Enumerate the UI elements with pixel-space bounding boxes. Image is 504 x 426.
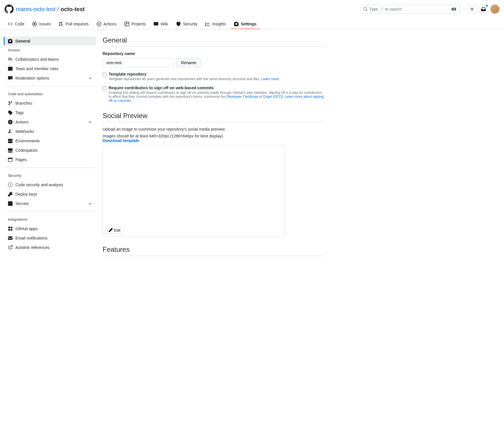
webhook-icon bbox=[8, 129, 13, 134]
search-placeholder-pre: Type bbox=[369, 7, 378, 11]
repo-name-input[interactable] bbox=[103, 58, 174, 67]
chevron-down-icon bbox=[88, 201, 92, 206]
tab-insights[interactable]: Insights bbox=[202, 19, 229, 29]
social-preview-p2: Images should be at least 640×320px (128… bbox=[103, 134, 224, 138]
tab-settings[interactable]: Settings bbox=[231, 19, 260, 29]
sidebar-heading-access: Access bbox=[5, 46, 96, 54]
play-icon bbox=[8, 120, 13, 124]
template-repo-desc: Template repositories let users generate… bbox=[109, 77, 261, 81]
social-preview-heading: Social Preview bbox=[103, 112, 325, 122]
chevron-down-icon bbox=[88, 120, 92, 124]
shield-check-icon bbox=[8, 182, 13, 187]
code-icon bbox=[8, 22, 13, 26]
sidebar-item-tags[interactable]: Tags bbox=[5, 108, 96, 117]
tab-issues[interactable]: Issues bbox=[29, 19, 54, 29]
branch-icon bbox=[8, 101, 13, 106]
template-learn-more-link[interactable]: Learn more. bbox=[261, 77, 280, 81]
sidebar-item-environments[interactable]: Environments bbox=[5, 136, 96, 145]
repo-nav: Code Issues Pull requests Actions Projec… bbox=[0, 17, 504, 29]
general-heading: General bbox=[103, 36, 325, 47]
sidebar-heading-code: Code and automation bbox=[5, 90, 96, 98]
pencil-icon bbox=[108, 228, 113, 232]
tab-pull-requests[interactable]: Pull requests bbox=[55, 19, 92, 29]
gear-icon bbox=[8, 39, 13, 43]
key-icon bbox=[8, 192, 13, 196]
template-repo-label: Template repository bbox=[109, 72, 147, 76]
shield-icon bbox=[176, 22, 181, 26]
download-template-link[interactable]: Download template bbox=[103, 138, 139, 143]
command-palette-icon[interactable] bbox=[450, 5, 458, 13]
pr-icon bbox=[59, 22, 63, 26]
notification-indicator bbox=[485, 4, 488, 7]
tag-icon bbox=[8, 110, 13, 115]
sidebar-item-team-roles[interactable]: Team and member roles bbox=[5, 64, 96, 73]
sidebar-item-github-apps[interactable]: GitHub apps bbox=[5, 224, 96, 233]
template-repo-checkbox[interactable] bbox=[103, 73, 106, 76]
sidebar-heading-integrations: Integrations bbox=[5, 215, 96, 224]
sidebar-item-collaborators[interactable]: Collaborators and teams bbox=[5, 55, 96, 64]
sidebar-item-actions[interactable]: Actions bbox=[5, 117, 96, 127]
search-input[interactable]: Type / to search bbox=[361, 5, 460, 14]
breadcrumb-separator: / bbox=[57, 6, 59, 13]
create-new-button[interactable] bbox=[468, 5, 477, 14]
people-icon bbox=[8, 57, 13, 62]
main-content: General Repository name Rename Template … bbox=[103, 36, 325, 261]
rename-button[interactable]: Rename bbox=[176, 58, 201, 67]
inbox-icon bbox=[481, 7, 486, 11]
social-preview-image-area: Edit bbox=[103, 145, 285, 236]
dco-link[interactable]: Developer Certificate of Origin (DCO) bbox=[226, 95, 283, 99]
sidebar-item-email-notifications[interactable]: Email notifications bbox=[5, 234, 96, 243]
plus-icon bbox=[470, 7, 474, 11]
search-placeholder-post: to search bbox=[385, 7, 402, 11]
sidebar-item-deploy-keys[interactable]: Deploy keys bbox=[5, 190, 96, 199]
sidebar-item-secrets[interactable]: Secrets bbox=[5, 199, 96, 208]
tab-code[interactable]: Code bbox=[5, 19, 28, 29]
features-heading: Features bbox=[103, 246, 325, 256]
sidebar-heading-security: Security bbox=[5, 171, 96, 180]
sidebar-item-general[interactable]: General bbox=[4, 36, 96, 46]
notifications-button[interactable] bbox=[479, 5, 488, 14]
signoff-label: Require contributors to sign off on web-… bbox=[109, 86, 214, 90]
browser-icon bbox=[8, 157, 13, 162]
search-key-hint: / bbox=[380, 7, 383, 11]
id-badge-icon bbox=[8, 66, 13, 71]
sidebar-item-code-security[interactable]: Code security and analysis bbox=[5, 180, 96, 189]
repo-name-label: Repository name bbox=[103, 51, 325, 56]
comment-icon bbox=[8, 76, 13, 80]
user-avatar[interactable] bbox=[490, 5, 499, 14]
breadcrumb-owner[interactable]: mares-octo-test bbox=[16, 6, 56, 13]
tab-actions[interactable]: Actions bbox=[93, 19, 120, 29]
breadcrumb: mares-octo-test / octo-test bbox=[16, 6, 85, 13]
apps-icon bbox=[8, 226, 13, 231]
issue-icon bbox=[32, 22, 37, 26]
gear-icon bbox=[234, 22, 239, 26]
sidebar-item-pages[interactable]: Pages bbox=[5, 155, 96, 164]
project-icon bbox=[125, 22, 129, 26]
signoff-checkbox[interactable] bbox=[103, 86, 106, 90]
edit-social-preview-button[interactable]: Edit bbox=[105, 226, 123, 234]
sidebar-item-moderation[interactable]: Moderation options bbox=[5, 74, 96, 83]
social-preview-p1: Upload an image to customize your reposi… bbox=[103, 127, 325, 131]
asterisk-icon bbox=[8, 201, 13, 206]
mail-icon bbox=[8, 236, 13, 240]
settings-sidebar: General Access Collaborators and teams T… bbox=[5, 36, 96, 261]
tab-projects[interactable]: Projects bbox=[121, 19, 149, 29]
search-icon bbox=[363, 7, 368, 11]
chevron-down-icon bbox=[88, 76, 92, 80]
tab-security[interactable]: Security bbox=[173, 19, 201, 29]
link-external-icon bbox=[8, 245, 13, 250]
sidebar-item-branches[interactable]: Branches bbox=[5, 99, 96, 108]
book-icon bbox=[154, 22, 158, 26]
graph-icon bbox=[205, 22, 210, 26]
codespaces-icon bbox=[8, 148, 13, 153]
sidebar-item-webhooks[interactable]: Webhooks bbox=[5, 127, 96, 136]
breadcrumb-repo[interactable]: octo-test bbox=[61, 6, 85, 13]
sidebar-item-codespaces[interactable]: Codespaces bbox=[5, 146, 96, 155]
play-icon bbox=[97, 22, 101, 26]
github-logo-icon[interactable] bbox=[5, 5, 14, 14]
server-icon bbox=[8, 139, 13, 143]
tab-wiki[interactable]: Wiki bbox=[150, 19, 171, 29]
sidebar-item-autolink[interactable]: Autolink references bbox=[5, 243, 96, 252]
